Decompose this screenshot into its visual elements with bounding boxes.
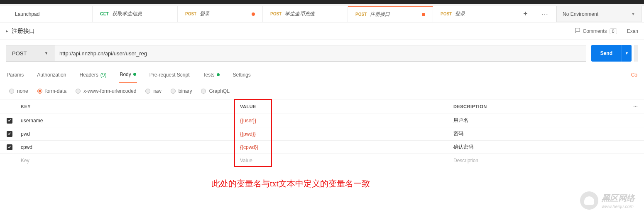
table-row: ✔ username {{user}} 用户名 bbox=[0, 114, 644, 127]
comments-label: Comments bbox=[583, 28, 607, 34]
environment-label: No Environment bbox=[563, 11, 598, 17]
comment-icon bbox=[575, 27, 580, 35]
header-description: DESCRIPTION bbox=[452, 104, 627, 109]
url-bar: POST ▼ http://api.nnzhp.cn/api/user/user… bbox=[0, 40, 644, 67]
tab-post-coin[interactable]: POST 学生金币充值 bbox=[263, 6, 348, 22]
table-header-row: KEY VALUE DESCRIPTION ⋯ bbox=[0, 99, 644, 114]
collapse-caret-icon[interactable]: ▸ bbox=[6, 28, 8, 34]
tab-label: Launchpad bbox=[15, 11, 39, 17]
subtab-prerequest[interactable]: Pre-request Script bbox=[149, 67, 191, 83]
tab-method: GET bbox=[100, 12, 109, 16]
url-input[interactable]: http://api.nnzhp.cn/api/user/user_reg bbox=[54, 45, 586, 62]
description-cell[interactable]: 密码 bbox=[452, 130, 627, 137]
tab-label: 登录 bbox=[200, 10, 210, 17]
url-value: http://api.nnzhp.cn/api/user/user_reg bbox=[59, 50, 147, 57]
description-cell[interactable]: 确认密码 bbox=[452, 144, 627, 151]
radio-raw[interactable]: raw bbox=[145, 88, 161, 94]
send-button[interactable]: Send bbox=[591, 45, 622, 62]
radio-icon bbox=[76, 89, 81, 94]
unsaved-dot-icon bbox=[422, 13, 425, 16]
subtab-body[interactable]: Body bbox=[119, 67, 137, 83]
request-tabs: Launchpad GET 获取学生信息 POST 登录 POST 学生金币充值… bbox=[0, 6, 644, 22]
radio-icon bbox=[201, 89, 206, 94]
key-placeholder[interactable]: Key bbox=[19, 158, 236, 164]
table-row-placeholder: Key Value Description bbox=[0, 154, 644, 167]
value-cell[interactable]: {{user}} bbox=[236, 118, 452, 124]
tab-method: POST bbox=[185, 12, 196, 16]
add-tab-button[interactable]: + bbox=[516, 6, 535, 22]
tab-post-login[interactable]: POST 登录 bbox=[178, 6, 263, 22]
radio-icon bbox=[37, 89, 42, 94]
value-cell[interactable]: {{cpwd}} bbox=[236, 144, 452, 150]
plus-icon: + bbox=[523, 10, 528, 18]
subtab-settings[interactable]: Settings bbox=[232, 67, 252, 83]
method-select[interactable]: POST ▼ bbox=[6, 45, 54, 62]
comments-button[interactable]: Comments 0 bbox=[575, 27, 617, 35]
request-titlebar: ▸ 注册接口 Comments 0 Exan bbox=[0, 22, 644, 40]
radio-graphql[interactable]: GraphQL bbox=[201, 88, 229, 94]
radio-binary[interactable]: binary bbox=[171, 88, 192, 94]
description-cell[interactable]: 用户名 bbox=[452, 117, 627, 124]
key-cell[interactable]: username bbox=[19, 118, 236, 124]
tab-post-login-2[interactable]: POST 登录 bbox=[433, 6, 516, 22]
tab-launchpad[interactable]: Launchpad bbox=[7, 6, 93, 22]
cookies-link[interactable]: Co bbox=[630, 67, 638, 83]
radio-xwww[interactable]: x-www-form-urlencoded bbox=[76, 88, 136, 94]
radio-icon bbox=[171, 89, 176, 94]
value-placeholder[interactable]: Value bbox=[236, 158, 452, 164]
tab-get-students[interactable]: GET 获取学生信息 bbox=[93, 6, 178, 22]
environment-select[interactable]: No Environment ▼ bbox=[556, 6, 642, 22]
tests-active-dot-icon bbox=[217, 73, 220, 76]
titlebar-dark bbox=[0, 0, 644, 4]
description-placeholder[interactable]: Description bbox=[452, 158, 627, 164]
send-dropdown-button[interactable]: ▼ bbox=[622, 45, 632, 62]
comments-count: 0 bbox=[610, 28, 617, 34]
tab-label: 学生金币充值 bbox=[285, 10, 315, 17]
tab-label: 获取学生信息 bbox=[112, 10, 142, 17]
value-cell[interactable]: {{pwd}} bbox=[236, 131, 452, 137]
request-title: 注册接口 bbox=[12, 27, 35, 35]
row-checkbox[interactable]: ✔ bbox=[7, 118, 12, 124]
examples-link[interactable]: Exan bbox=[627, 28, 638, 34]
subtab-tests[interactable]: Tests bbox=[202, 67, 220, 83]
key-cell[interactable]: cpwd bbox=[19, 144, 236, 150]
annotation-text: 此处的变量名与txt文本中定义的变量名一致 bbox=[0, 178, 644, 189]
header-key: KEY bbox=[19, 104, 236, 109]
header-more-button[interactable]: ⋯ bbox=[627, 104, 644, 109]
radio-icon bbox=[145, 89, 150, 94]
tab-label: 登录 bbox=[455, 10, 465, 17]
subtab-params[interactable]: Params bbox=[6, 67, 24, 83]
method-value: POST bbox=[12, 50, 27, 57]
key-cell[interactable]: pwd bbox=[19, 131, 236, 137]
radio-icon bbox=[9, 89, 14, 94]
tab-method: POST bbox=[441, 12, 452, 16]
row-checkbox[interactable]: ✔ bbox=[7, 144, 12, 150]
caret-down-icon: ▼ bbox=[631, 12, 635, 16]
headers-count: (9) bbox=[100, 72, 107, 78]
form-data-table: KEY VALUE DESCRIPTION ⋯ ✔ username {{use… bbox=[0, 99, 644, 167]
subtab-authorization[interactable]: Authorization bbox=[36, 67, 67, 83]
save-side bbox=[634, 45, 638, 62]
tab-label: 注册接口 bbox=[370, 11, 390, 18]
tab-method: POST bbox=[270, 12, 282, 16]
ellipsis-icon: ⋯ bbox=[541, 10, 549, 18]
tab-overflow-button[interactable]: ⋯ bbox=[535, 6, 554, 22]
header-value: VALUE bbox=[236, 104, 452, 109]
radio-form-data[interactable]: form-data bbox=[37, 88, 66, 94]
radio-none[interactable]: none bbox=[9, 88, 28, 94]
row-checkbox[interactable]: ✔ bbox=[7, 131, 12, 137]
subtab-headers[interactable]: Headers (9) bbox=[78, 67, 107, 83]
table-row: ✔ pwd {{pwd}} 密码 bbox=[0, 127, 644, 141]
request-subtabs: Params Authorization Headers (9) Body Pr… bbox=[0, 67, 644, 83]
tab-method: POST bbox=[355, 12, 367, 17]
tab-post-register[interactable]: POST 注册接口 bbox=[348, 6, 433, 22]
table-row: ✔ cpwd {{cpwd}} 确认密码 bbox=[0, 141, 644, 154]
body-active-dot-icon bbox=[133, 73, 136, 76]
caret-down-icon: ▼ bbox=[44, 51, 48, 55]
body-type-radios: none form-data x-www-form-urlencoded raw… bbox=[0, 83, 644, 99]
unsaved-dot-icon bbox=[252, 12, 255, 16]
